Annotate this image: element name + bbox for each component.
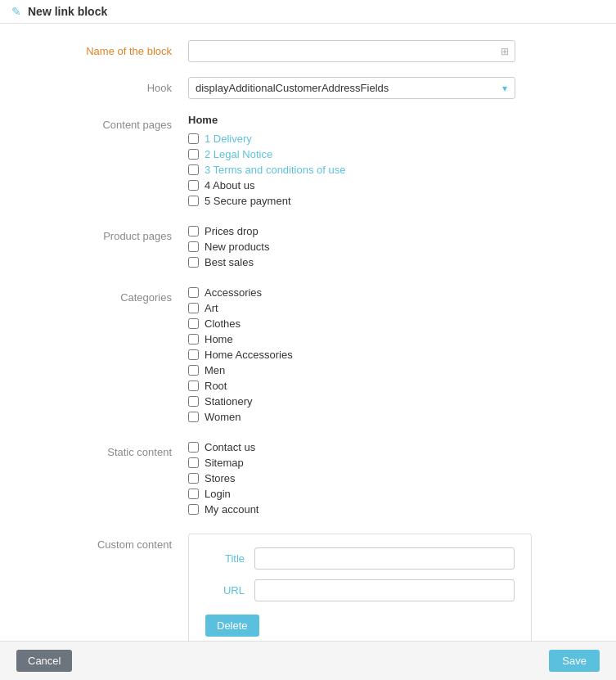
categories-label: Categories: [25, 286, 188, 304]
category-label-6: Men: [205, 364, 225, 376]
page-title: New link block: [28, 5, 107, 18]
categories-row: Categories Accessories Art Clothes Home: [25, 286, 591, 426]
list-item: Stores: [188, 472, 591, 484]
product-pages-wrap: Prices drop New products Best sales: [188, 225, 591, 272]
category-label-4: Home: [205, 333, 233, 345]
category-label-2: Art: [205, 302, 218, 314]
content-page-checkbox-2[interactable]: [188, 149, 199, 160]
custom-content-box: Title URL Delete: [188, 534, 532, 651]
custom-title-row: Title: [205, 547, 515, 570]
hook-select[interactable]: displayAdditionalCustomerAddressFields d…: [188, 77, 515, 99]
delete-button[interactable]: Delete: [205, 615, 259, 637]
list-item: Home Accessories: [188, 349, 591, 361]
static-content-wrap: Contact us Sitemap Stores Login My accou…: [188, 441, 591, 519]
static-content-checkbox-3[interactable]: [188, 473, 199, 484]
name-row: Name of the block ⊞: [25, 40, 591, 62]
hook-row: Hook displayAdditionalCustomerAddressFie…: [25, 77, 591, 99]
static-content-label-4: Login: [205, 488, 231, 500]
static-content-label-1: Contact us: [205, 441, 255, 453]
content-page-label-1: 1 Delivery: [205, 133, 252, 145]
category-label-1: Accessories: [205, 286, 262, 299]
content-pages-label: Content pages: [25, 114, 188, 131]
product-page-checkbox-1[interactable]: [188, 226, 199, 236]
page-header: ✎ New link block: [0, 0, 616, 24]
list-item: 4 About us: [188, 179, 591, 191]
custom-content-label: Custom content: [25, 534, 188, 551]
static-content-label-3: Stores: [205, 472, 236, 484]
list-item: Art: [188, 302, 591, 314]
list-item: Sitemap: [188, 457, 591, 469]
hook-select-wrap: displayAdditionalCustomerAddressFields d…: [188, 77, 515, 99]
list-item: 5 Secure payment: [188, 195, 591, 207]
product-page-label-3: Best sales: [205, 256, 254, 268]
content-page-label-5: 5 Secure payment: [205, 195, 291, 207]
static-content-checkbox-2[interactable]: [188, 457, 199, 468]
category-label-7: Root: [205, 380, 227, 392]
content-pages-home: Home: [188, 114, 591, 126]
list-item: Accessories: [188, 286, 591, 299]
content-page-checkbox-1[interactable]: [188, 133, 199, 144]
product-page-label-2: New products: [205, 241, 269, 253]
list-item: Prices drop: [188, 225, 591, 237]
name-control-wrap: ⊞: [188, 40, 591, 62]
hook-control-wrap: displayAdditionalCustomerAddressFields d…: [188, 77, 591, 99]
content-pages-row: Content pages Home 1 Delivery 2 Legal No…: [25, 114, 591, 210]
list-item: Men: [188, 364, 591, 376]
static-content-row: Static content Contact us Sitemap Stores: [25, 441, 591, 519]
custom-url-input[interactable]: [254, 579, 515, 601]
category-checkbox-3[interactable]: [188, 318, 199, 329]
content-page-checkbox-4[interactable]: [188, 180, 199, 191]
custom-url-label: URL: [205, 584, 254, 597]
static-content-checkbox-1[interactable]: [188, 442, 199, 453]
list-item: Best sales: [188, 256, 591, 268]
name-input-icon: ⊞: [501, 46, 509, 57]
category-label-3: Clothes: [205, 317, 241, 330]
name-input-wrap: ⊞: [188, 40, 515, 62]
content-page-checkbox-5[interactable]: [188, 196, 199, 206]
list-item: Home: [188, 333, 591, 345]
list-item: Contact us: [188, 441, 591, 453]
content-pages-list: 1 Delivery 2 Legal Notice 3 Terms and co…: [188, 133, 591, 207]
name-input[interactable]: [188, 40, 515, 62]
categories-wrap: Accessories Art Clothes Home Home Access…: [188, 286, 591, 426]
product-page-label-1: Prices drop: [205, 225, 259, 237]
category-checkbox-7[interactable]: [188, 381, 199, 391]
custom-title-input[interactable]: [254, 547, 515, 570]
content-page-checkbox-3[interactable]: [188, 164, 199, 175]
category-checkbox-1[interactable]: [188, 287, 199, 298]
product-page-checkbox-2[interactable]: [188, 241, 199, 252]
list-item: Women: [188, 411, 591, 423]
category-checkbox-6[interactable]: [188, 365, 199, 376]
static-content-list: Contact us Sitemap Stores Login My accou…: [188, 441, 591, 516]
product-pages-row: Product pages Prices drop New products B…: [25, 225, 591, 272]
cancel-button[interactable]: Cancel: [16, 650, 72, 672]
list-item: New products: [188, 241, 591, 253]
custom-url-row: URL: [205, 579, 515, 601]
category-checkbox-4[interactable]: [188, 334, 199, 345]
content-page-label-3: 3 Terms and conditions of use: [205, 164, 345, 176]
product-pages-label: Product pages: [25, 225, 188, 242]
static-content-label: Static content: [25, 441, 188, 458]
pencil-icon: ✎: [11, 5, 21, 18]
list-item: 1 Delivery: [188, 133, 591, 145]
list-item: 2 Legal Notice: [188, 148, 591, 160]
name-label: Name of the block: [25, 40, 188, 57]
list-item: Login: [188, 488, 591, 500]
category-checkbox-5[interactable]: [188, 349, 199, 360]
content-page-label-4: 4 About us: [205, 179, 254, 191]
category-label-5: Home Accessories: [205, 349, 293, 361]
product-page-checkbox-3[interactable]: [188, 257, 199, 268]
category-checkbox-9[interactable]: [188, 412, 199, 422]
category-checkbox-8[interactable]: [188, 396, 199, 407]
hook-label: Hook: [25, 77, 188, 94]
save-button[interactable]: Save: [549, 650, 600, 672]
category-label-9: Women: [205, 411, 241, 423]
static-content-label-2: Sitemap: [205, 457, 244, 469]
custom-title-label: Title: [205, 552, 254, 565]
category-checkbox-2[interactable]: [188, 303, 199, 313]
list-item: My account: [188, 503, 591, 516]
footer-bar: Cancel Save: [0, 641, 616, 680]
static-content-checkbox-4[interactable]: [188, 489, 199, 499]
static-content-checkbox-5[interactable]: [188, 504, 199, 515]
content-page-label-2: 2 Legal Notice: [205, 148, 272, 160]
